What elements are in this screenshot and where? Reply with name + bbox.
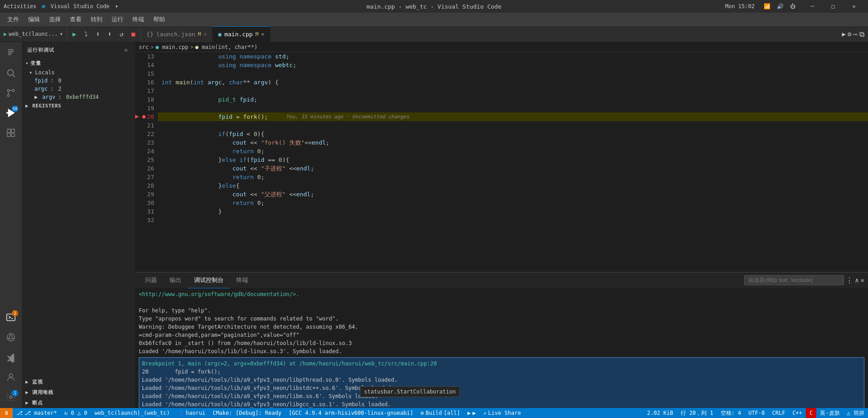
window-controls: ─ □ ✕ — [802, 0, 864, 13]
breadcrumb-sep2: > — [190, 44, 193, 50]
cursor-label: 行 20，列 1 — [681, 409, 713, 417]
panel-actions: ⋮ ∧ ✕ — [744, 275, 864, 285]
run-config-label[interactable]: web_tc(launc... — [9, 31, 58, 37]
breadcrumb-src[interactable]: src — [139, 44, 149, 50]
svg-rect-3 — [8, 54, 11, 55]
status-play-buttons[interactable]: ▶ ▶ — [464, 408, 479, 418]
menu-terminal[interactable]: 终端 — [129, 15, 148, 24]
main-layout: 58 1 1 运行和调试 ⚙ — [0, 42, 868, 408]
menu-select[interactable]: 选择 — [45, 15, 64, 24]
menu-edit[interactable]: 编辑 — [24, 15, 44, 24]
terminal-line-blank — [139, 298, 864, 306]
activities-label[interactable]: Activities — [4, 3, 36, 10]
continue-button[interactable]: ▶ — [69, 29, 80, 39]
tab-launch-icon: {} — [146, 31, 154, 38]
status-cursor[interactable]: 行 20，列 1 — [677, 408, 717, 418]
panel-tab-output[interactable]: 输出 — [163, 272, 188, 288]
breadcrumb-function[interactable]: ● main(int, char**) — [195, 44, 257, 50]
menu-run[interactable]: 运行 — [108, 15, 127, 24]
status-git-branch[interactable]: ⎇ ⎇ master* — [13, 408, 61, 418]
settings-icon[interactable]: 1 — [2, 388, 20, 406]
status-cmake[interactable]: CMake: [Debug]: Ready — [209, 408, 285, 418]
tab-main-close[interactable]: ✕ — [261, 31, 264, 37]
more-actions-icon[interactable]: ⋯ — [853, 30, 858, 39]
search-icon[interactable] — [2, 64, 20, 82]
csdn-icon: C — [809, 410, 813, 416]
terminal-icon-side[interactable]: 1 — [2, 308, 20, 326]
maximize-button[interactable]: □ — [823, 0, 844, 13]
status-live-share[interactable]: ↗ Live Share — [479, 408, 524, 418]
panel-close-icon[interactable]: ✕ — [861, 277, 864, 284]
status-language[interactable]: C++ — [789, 408, 806, 418]
run-config-dropdown[interactable]: ▾ — [60, 31, 63, 37]
status-user[interactable]: 👤 haorui — [174, 408, 209, 418]
status-pinyin[interactable]: △ 简拼 — [844, 408, 868, 418]
menu-view[interactable]: 查看 — [66, 15, 85, 24]
source-control-icon[interactable] — [2, 84, 20, 102]
status-build[interactable]: ⚙ Build [all] — [417, 408, 463, 418]
restart-button[interactable]: ↺ — [116, 29, 127, 39]
variables-section[interactable]: ▾ 变量 — [22, 58, 135, 68]
sidebar-settings-icon[interactable]: ⚙ — [124, 47, 128, 53]
locals-item[interactable]: ▾ Locals — [22, 68, 135, 77]
fpid-item[interactable]: fpid : 0 — [22, 77, 135, 85]
close-button[interactable]: ✕ — [844, 0, 864, 13]
tab-launch-close[interactable]: ✕ — [204, 31, 207, 37]
breakpoints-section[interactable]: ▶ 断点 — [22, 398, 135, 408]
status-debug-indicator[interactable]: ⏸ — [0, 408, 13, 418]
app-dropdown[interactable]: ▾ — [115, 3, 118, 10]
menu-help[interactable]: 帮助 — [150, 15, 169, 24]
status-compiler[interactable]: [GCC 4.9.4 arm-hisiv600-linux-gnueabi] — [285, 408, 417, 418]
panel-expand-icon[interactable]: ∧ — [855, 277, 858, 284]
status-filesize[interactable]: 2.02 KiB — [644, 408, 677, 418]
chrome-icon[interactable] — [2, 328, 20, 346]
vscode-icon[interactable] — [2, 348, 20, 366]
minimize-button[interactable]: ─ — [802, 0, 823, 13]
status-csdn[interactable]: C — [806, 408, 816, 418]
stop-button[interactable]: ■ — [128, 29, 139, 39]
breadcrumb-file[interactable]: ● main.cpp — [156, 44, 188, 50]
panel-tab-debug[interactable]: 调试控制台 — [188, 272, 230, 288]
ln-26: 26 — [135, 164, 154, 173]
status-spaces[interactable]: 空格: 4 — [717, 408, 745, 418]
extensions-icon[interactable] — [2, 124, 20, 142]
step-out-button[interactable]: ⬆ — [104, 29, 115, 39]
svg-rect-11 — [7, 129, 10, 132]
step-over-button[interactable]: ⤵ — [81, 29, 92, 39]
split-editor-icon[interactable]: ⧉ — [859, 30, 864, 39]
run-debug-icon[interactable]: 58 — [2, 104, 20, 122]
tab-launch-json[interactable]: {} launch.json M ✕ — [141, 26, 213, 42]
explorer-icon[interactable] — [2, 44, 20, 62]
status-lineending[interactable]: CRLF — [768, 408, 789, 418]
argc-item[interactable]: argc : 2 — [22, 85, 135, 93]
registers-section[interactable]: ▶ Registers — [22, 101, 135, 111]
panel-filter-input[interactable] — [744, 275, 844, 285]
panel-tab-terminal[interactable]: 终端 — [230, 272, 254, 288]
callstack-section[interactable]: ▶ 调用堆栈 — [22, 387, 135, 398]
menu-goto[interactable]: 转到 — [87, 15, 106, 24]
panel-more-icon[interactable]: ⋮ — [846, 276, 853, 285]
status-encoding[interactable]: UTF-8 — [745, 408, 768, 418]
tab-main-cpp[interactable]: ● main.cpp M ✕ — [213, 26, 270, 42]
live-share-icon: ↗ — [483, 410, 486, 416]
panel-tab-problems[interactable]: 问题 — [139, 272, 163, 288]
system-bar-right: Mon 15:02 📶 🔊 ⏻ ─ □ ✕ — [725, 0, 864, 13]
status-sync[interactable]: ↻ 0 △ 0 — [61, 408, 91, 418]
account-icon[interactable] — [2, 368, 20, 386]
panel-content[interactable]: <http://www.gnu.org/software/gdb/documen… — [135, 288, 868, 408]
argv-colon: : — [58, 94, 61, 100]
step-into-button[interactable]: ⬇ — [93, 29, 103, 39]
svg-rect-0 — [8, 49, 14, 50]
status-remote[interactable]: web_tc(launch)_(web_tc) — [91, 408, 173, 418]
tooltip: statusbar.StartCollaboration — [360, 386, 460, 397]
system-bar: Activities ⊕ Visual Studio Code ▾ main.c… — [0, 0, 868, 13]
menu-file[interactable]: 文件 — [4, 15, 23, 24]
terminal-line-ld: Loaded '/home/haorui/tools/lib/ld-linux.… — [139, 347, 864, 355]
run-code-icon[interactable]: ▶ — [842, 30, 845, 38]
svg-point-8 — [7, 94, 10, 97]
argv-item[interactable]: ▶ argv : 0xbefffd34 — [22, 93, 135, 101]
monitor-section[interactable]: ▶ 监视 — [22, 377, 135, 387]
debug-code-icon[interactable]: ⚙ — [848, 30, 851, 38]
code-editor[interactable]: 13 14 15 16 17 18 19 ⬟20 21 22 23 24 25 … — [135, 52, 868, 272]
status-skin[interactable]: 英·皮肤 — [816, 408, 843, 418]
